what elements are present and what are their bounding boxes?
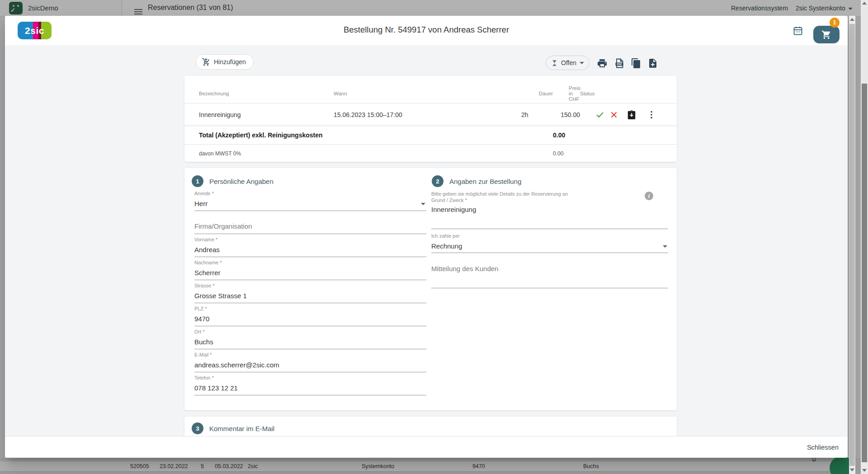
cart-badge: 1 <box>830 18 840 28</box>
column-header: Bezeichnung <box>199 83 334 96</box>
form-field[interactable]: Strasse * Grosse Strasse 1 <box>194 282 426 303</box>
field-value: Herr <box>194 200 208 207</box>
order-status-dropdown[interactable]: Offen <box>546 56 590 70</box>
field-label: Vorname * <box>194 237 217 242</box>
field-value: Grosse Strasse 1 <box>194 292 247 300</box>
section-number-badge: 1 <box>192 175 203 187</box>
reject-icon[interactable] <box>609 110 619 120</box>
personal-fields: Anrede * Herr Firma/Organisation Vorname… <box>194 190 426 397</box>
dialog-footer: Schliessen <box>5 436 848 458</box>
field-value: Andreas <box>194 246 220 253</box>
field-label: Grund / Zweck * <box>431 197 668 203</box>
field-label: Ort * <box>194 329 205 334</box>
svg-text:PDF: PDF <box>617 63 622 66</box>
pdf-icon[interactable]: PDF <box>614 58 625 69</box>
field-value: Innenreinigung <box>431 206 668 213</box>
total-value: 0.00 <box>553 131 580 139</box>
print-icon[interactable] <box>597 58 608 69</box>
field-value: 9470 <box>194 315 209 323</box>
chevron-down-icon <box>580 62 584 64</box>
order-items-card: BezeichnungWannDauerPreis in CHFStatus I… <box>184 76 677 162</box>
scroll-up-arrow[interactable] <box>862 2 867 5</box>
item-price: 150.00 <box>553 111 580 118</box>
scrollbar-thumb[interactable] <box>849 24 855 466</box>
customer-message-field[interactable]: Mitteilung des Kunden <box>431 263 668 288</box>
item-when: 15.06.2023 15:00–17:00 <box>334 111 521 118</box>
field-label: Ich zahle per <box>431 233 460 239</box>
scroll-down-arrow[interactable] <box>850 469 854 471</box>
field-label: Telefon * <box>194 375 214 380</box>
email-comment-card: 3 Kommentar im E-Mail <box>184 417 677 436</box>
hourglass-icon <box>551 60 558 66</box>
field-hint: Bitte geben sie möglichst viele Details … <box>431 191 668 197</box>
item-name: Innenreinigung <box>199 111 334 118</box>
scroll-down-arrow[interactable] <box>862 469 867 472</box>
order-item-row[interactable]: Innenreinigung 15.06.2023 15:00–17:00 2h… <box>184 103 677 126</box>
field-label: PLZ * <box>194 306 207 311</box>
payment-method-select[interactable]: Ich zahle per Rechnung <box>431 233 668 253</box>
new-document-icon[interactable] <box>647 58 658 69</box>
copy-icon[interactable] <box>631 58 642 69</box>
accept-icon[interactable] <box>595 110 605 120</box>
column-header: Dauer <box>521 83 553 96</box>
field-value: Rechnung <box>431 242 462 250</box>
section-email-comment: 3 Kommentar im E-Mail <box>192 422 274 434</box>
form-field[interactable]: Telefon * 078 123 12 21 <box>194 374 426 395</box>
section-number-badge: 2 <box>432 175 443 187</box>
field-label: Firma/Organisation <box>194 222 252 230</box>
field-value: andreas.scherrer@2sic.com <box>194 361 279 369</box>
field-label: Anrede * <box>194 191 214 196</box>
form-field[interactable]: Vorname * Andreas <box>194 236 426 257</box>
page-scrollbar[interactable] <box>861 0 868 474</box>
section-order-details: 2 Angaben zur Bestellung <box>432 175 521 187</box>
chevron-down-icon[interactable] <box>421 203 425 205</box>
vat-label: davon MWST 0% <box>199 150 553 157</box>
field-value: Scherrer <box>194 269 221 277</box>
form-field[interactable]: Anrede * Herr <box>194 190 426 211</box>
add-item-button[interactable]: Hinzufügen <box>196 54 254 70</box>
form-field[interactable]: Nachname * Scherrer <box>194 259 426 280</box>
add-shopping-cart-icon <box>202 58 210 66</box>
item-duration: 2h <box>521 111 553 118</box>
table-header-row: BezeichnungWannDauerPreis in CHFStatus <box>184 76 677 103</box>
reason-field[interactable]: Bitte geben sie möglichst viele Details … <box>431 191 668 229</box>
cart-button[interactable] <box>813 26 840 43</box>
column-header: Status <box>580 83 662 96</box>
field-label: Strasse * <box>194 283 215 288</box>
vat-value: 0.00 <box>553 150 580 157</box>
more-options-icon[interactable] <box>646 110 656 120</box>
field-label: Nachname * <box>194 260 222 265</box>
clipboard-download-icon[interactable] <box>627 110 637 120</box>
form-field[interactable]: Ort * Buchs <box>194 328 426 349</box>
total-label: Total (Akzeptiert) exkl. Reinigungskoste… <box>199 131 553 139</box>
section-personal: 1 Persönliche Angaben <box>192 175 274 187</box>
field-value: Buchs <box>194 338 213 346</box>
dialog-header: 2sic Bestellung Nr. 549917 von Andreas S… <box>5 16 848 45</box>
section-number-badge: 3 <box>192 422 203 434</box>
order-dialog: 2sic Bestellung Nr. 549917 von Andreas S… <box>5 16 848 458</box>
field-label: E-Mail * <box>194 352 212 357</box>
info-icon[interactable]: i <box>645 192 653 200</box>
calendar-icon[interactable] <box>793 25 803 38</box>
form-field[interactable]: E-Mail * andreas.scherrer@2sic.com <box>194 351 426 372</box>
order-form-card: 1 Persönliche Angaben 2 Angaben zur Best… <box>184 168 677 410</box>
shopping-cart-icon <box>821 30 831 40</box>
column-header: Wann <box>334 83 521 96</box>
close-button[interactable]: Schliessen <box>798 439 848 455</box>
form-field[interactable]: PLZ * 9470 <box>194 305 426 326</box>
total-row: Total (Akzeptiert) exkl. Reinigungskoste… <box>184 126 677 144</box>
dialog-title: Bestellung Nr. 549917 von Andreas Scherr… <box>5 25 848 35</box>
dialog-scrollbar[interactable] <box>849 16 855 474</box>
vat-row: davon MWST 0% 0.00 <box>184 145 677 162</box>
chevron-down-icon[interactable] <box>663 245 667 248</box>
scroll-up-arrow[interactable] <box>850 18 854 21</box>
field-label: Mitteilung des Kunden <box>431 265 498 272</box>
form-field[interactable]: Firma/Organisation <box>194 213 426 234</box>
scrollbar-thumb[interactable] <box>862 84 867 462</box>
field-value: 078 123 12 21 <box>194 384 238 392</box>
column-header: Preis in CHF <box>553 77 580 102</box>
